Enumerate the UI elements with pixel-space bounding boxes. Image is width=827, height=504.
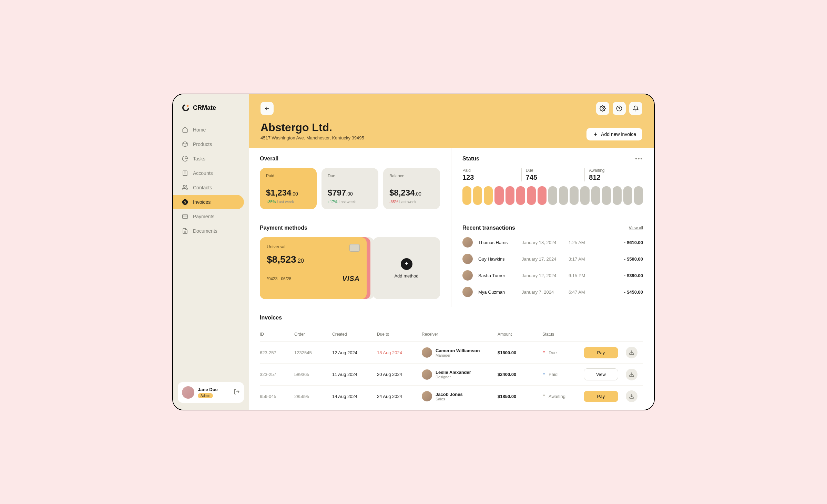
- add-method-button[interactable]: + Add method: [373, 237, 440, 299]
- card-chip-icon: [349, 244, 360, 252]
- back-button[interactable]: [261, 102, 274, 115]
- status-more-button[interactable]: •••: [635, 156, 643, 162]
- status-value: 123: [462, 174, 517, 181]
- logout-button[interactable]: [234, 389, 240, 396]
- status-item-due: Due745: [521, 168, 580, 181]
- sidebar-item-documents[interactable]: Documents: [173, 224, 249, 238]
- header: Abstergo Ltd. 4517 Washington Ave. Manch…: [249, 94, 654, 148]
- receiver-name: Cameron Williamson: [436, 348, 480, 353]
- invoice-status: Due: [542, 350, 580, 355]
- sidebar-item-home[interactable]: Home: [173, 123, 249, 137]
- invoice-order: 589365: [294, 372, 329, 377]
- box-icon: [182, 141, 188, 147]
- status-bars: [462, 186, 643, 205]
- view-button[interactable]: View: [584, 368, 618, 380]
- invoice-id: 323-257: [260, 372, 291, 377]
- payment-methods-panel: Payment methods Universal $8,523.20: [249, 217, 451, 307]
- help-button[interactable]: [613, 102, 626, 115]
- view-all-link[interactable]: View all: [629, 225, 643, 230]
- status-panel: Status ••• Paid123Due745Awaiting812: [451, 148, 654, 217]
- stat-card-paid[interactable]: Paid $1,234.00 +35% Last week: [260, 168, 317, 209]
- payment-title: Payment methods: [260, 225, 440, 231]
- nav-label: Payments: [193, 214, 214, 219]
- svg-point-5: [602, 108, 604, 109]
- invoice-row: 956-045 285695 14 Aug 2024 24 Aug 2024 J…: [260, 386, 643, 407]
- transaction-time: 3:17 AM: [569, 256, 591, 262]
- nav-label: Documents: [193, 228, 217, 234]
- pie-icon: [182, 156, 188, 162]
- avatar: [462, 270, 473, 281]
- download-button[interactable]: [626, 390, 637, 402]
- receiver-role: Designer: [436, 375, 471, 379]
- settings-button[interactable]: [596, 102, 609, 115]
- svg-point-1: [187, 105, 189, 107]
- pay-button[interactable]: Pay: [584, 391, 618, 402]
- transaction-row[interactable]: Thomas Harris January 18, 2024 1:25 AM -…: [462, 237, 643, 248]
- invoice-created: 14 Aug 2024: [332, 394, 374, 399]
- th-status: Status: [542, 332, 580, 337]
- status-bar: [462, 186, 471, 205]
- stat-label: Balance: [389, 174, 434, 178]
- sidebar: CRMate HomeProductsTasksAccountsContacts…: [173, 94, 249, 410]
- invoice-order: 285695: [294, 394, 329, 399]
- sidebar-item-invoices[interactable]: Invoices: [173, 195, 244, 209]
- invoice-due: 18 Aug 2024: [377, 350, 418, 355]
- sidebar-item-tasks[interactable]: Tasks: [173, 151, 249, 166]
- stat-card-due[interactable]: Due $797.00 +17% Last week: [321, 168, 378, 209]
- th-created: Created: [332, 332, 374, 337]
- nav-label: Home: [193, 127, 206, 133]
- receiver-name: Leslie Alexander: [436, 370, 471, 375]
- status-bar: [591, 186, 600, 205]
- invoice-header-row: ID Order Created Due to Receiver Amount …: [260, 327, 643, 342]
- transaction-date: January 7, 2024: [522, 290, 563, 295]
- stat-label: Due: [328, 174, 372, 178]
- download-button[interactable]: [626, 347, 637, 358]
- nav-label: Products: [193, 141, 212, 147]
- transactions-list: Thomas Harris January 18, 2024 1:25 AM -…: [462, 237, 643, 297]
- stat-card-balance[interactable]: Balance $8,234.00 -35% Last week: [383, 168, 440, 209]
- stat-delta: +17% Last week: [328, 200, 372, 204]
- transaction-amount: - $450.00: [596, 290, 643, 295]
- invoice-id: 956-045: [260, 394, 291, 399]
- stat-value: $1,234.00: [266, 188, 310, 198]
- invoices-title: Invoices: [260, 315, 643, 321]
- receiver-role: Manager: [436, 353, 480, 357]
- receiver-role: Sales: [436, 397, 463, 401]
- invoice-row: 323-257 589365 11 Aug 2024 20 Aug 2024 L…: [260, 364, 643, 386]
- invoice-receiver: Leslie AlexanderDesigner: [422, 369, 494, 380]
- user-name: Jane Doe: [198, 387, 230, 392]
- nav-label: Accounts: [193, 170, 213, 176]
- avatar: [462, 287, 473, 297]
- payment-card-stack[interactable]: Universal $8,523.20 *9423 06/28 VISA: [260, 237, 367, 299]
- sidebar-item-products[interactable]: Products: [173, 137, 249, 151]
- transactions-panel: Recent transactions View all Thomas Harr…: [451, 217, 654, 307]
- invoices-table: ID Order Created Due to Receiver Amount …: [260, 327, 643, 407]
- transaction-row[interactable]: Sasha Turner January 12, 2024 9:15 PM - …: [462, 270, 643, 281]
- stat-delta: -35% Last week: [389, 200, 434, 204]
- transaction-row[interactable]: Guy Hawkins January 17, 2024 3:17 AM - $…: [462, 254, 643, 264]
- status-bar: [559, 186, 568, 205]
- add-invoice-button[interactable]: Add new invoice: [586, 128, 642, 140]
- avatar: [422, 391, 432, 401]
- invoice-amount: $1850.00: [498, 394, 539, 399]
- notifications-button[interactable]: [629, 102, 642, 115]
- transaction-row[interactable]: Mya Guzman January 7, 2024 6:47 AM - $45…: [462, 287, 643, 297]
- card-brand: VISA: [342, 275, 360, 283]
- nav: HomeProductsTasksAccountsContactsInvoice…: [173, 118, 249, 382]
- status-bar: [484, 186, 493, 205]
- company-address: 4517 Washington Ave. Manchester, Kentuck…: [261, 135, 364, 140]
- pay-button[interactable]: Pay: [584, 347, 618, 358]
- sidebar-item-payments[interactable]: Payments: [173, 209, 249, 224]
- th-id: ID: [260, 332, 291, 337]
- invoice-created: 12 Aug 2024: [332, 350, 374, 355]
- sidebar-item-accounts[interactable]: Accounts: [173, 166, 249, 180]
- th-due: Due to: [377, 332, 418, 337]
- doc-icon: [182, 228, 188, 234]
- stat-label: Paid: [266, 174, 310, 178]
- invoice-order: 1232545: [294, 350, 329, 355]
- sidebar-item-contacts[interactable]: Contacts: [173, 180, 249, 195]
- invoice-id: 623-257: [260, 350, 291, 355]
- download-button[interactable]: [626, 369, 637, 380]
- invoices-panel: Invoices ID Order Created Due to Receive…: [249, 307, 654, 410]
- invoice-receiver: Cameron WilliamsonManager: [422, 347, 494, 358]
